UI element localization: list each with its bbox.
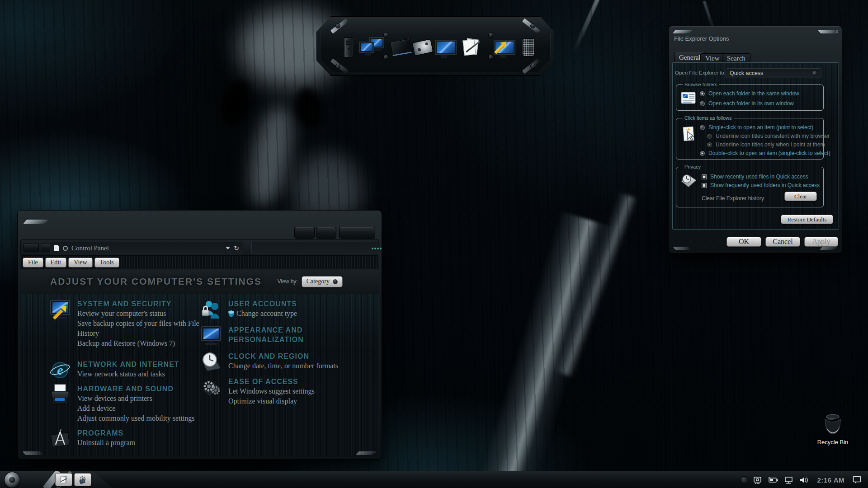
radio-single-click[interactable]: Single-click to open an item (point to s… bbox=[700, 124, 813, 131]
close-icon[interactable]: x bbox=[836, 29, 838, 34]
control-panel-header: Adjust your computer's settings View by:… bbox=[20, 269, 379, 294]
category-hardware-and-sound: Hardware and Sound View devices and prin… bbox=[49, 384, 198, 423]
svg-text:e: e bbox=[57, 362, 63, 377]
apply-button[interactable]: Apply bbox=[804, 237, 838, 247]
restore-defaults-button[interactable]: Restore Defaults bbox=[781, 215, 833, 224]
taskbar: 2:16 AM bbox=[0, 471, 868, 488]
category-title[interactable]: Hardware and Sound bbox=[77, 384, 195, 394]
volume-icon[interactable] bbox=[799, 476, 809, 484]
system-security-icon[interactable] bbox=[49, 299, 71, 320]
dropdown-glyph-icon bbox=[812, 70, 817, 76]
recycle-bin[interactable]: Recycle Bin bbox=[814, 413, 852, 446]
tab-search[interactable]: Search bbox=[722, 53, 750, 63]
maximize-button[interactable] bbox=[316, 227, 336, 239]
window-titlebar[interactable] bbox=[18, 211, 382, 239]
cp-link[interactable]: Save backup copies of your files with Fi… bbox=[77, 319, 200, 338]
user-accounts-icon[interactable] bbox=[200, 299, 222, 320]
radio-same-window[interactable]: Open each folder in the same window bbox=[700, 90, 799, 97]
cp-link[interactable]: Let Windows suggest settings bbox=[228, 386, 315, 396]
dialog-corner-highlight bbox=[818, 30, 838, 33]
category-title[interactable]: System and Security bbox=[77, 299, 200, 309]
hardware-sound-icon[interactable] bbox=[49, 384, 71, 405]
radio-double-click[interactable]: Double-click to open an item (single-cli… bbox=[700, 150, 830, 156]
check-recent-files[interactable]: Show recently used files in Quick access bbox=[702, 174, 808, 180]
appearance-icon[interactable] bbox=[200, 325, 222, 347]
category-title[interactable]: Network and Internet bbox=[77, 360, 179, 369]
address-bar[interactable]: Control Panel ↻ bbox=[50, 242, 243, 254]
computer-tower-icon[interactable] bbox=[338, 36, 359, 59]
cp-link[interactable]: Change account type bbox=[228, 309, 297, 319]
clear-button[interactable]: Clear bbox=[784, 192, 817, 201]
open-to-label: Open File Explorer to: bbox=[675, 70, 726, 75]
cancel-button[interactable]: Cancel bbox=[765, 237, 800, 247]
network-internet-icon[interactable]: e bbox=[49, 359, 71, 381]
start-button[interactable] bbox=[5, 472, 20, 488]
click-items-icon bbox=[682, 126, 696, 145]
menu-view[interactable]: View bbox=[68, 258, 92, 267]
battery-icon[interactable] bbox=[768, 476, 778, 483]
network-icon[interactable] bbox=[784, 476, 794, 484]
tab-view[interactable]: View bbox=[700, 53, 725, 63]
back-button[interactable] bbox=[24, 243, 39, 252]
folder-icon[interactable] bbox=[390, 36, 412, 59]
address-text: Control Panel bbox=[71, 244, 222, 252]
refresh-icon[interactable]: ↻ bbox=[234, 244, 239, 252]
close-button[interactable] bbox=[339, 227, 375, 239]
category-title[interactable]: Ease of Access bbox=[228, 377, 315, 386]
group-legend: Privacy bbox=[683, 164, 703, 170]
clock[interactable]: 2:16 AM bbox=[815, 476, 847, 484]
category-title[interactable]: Clock and Region bbox=[228, 352, 338, 361]
network-computers-icon[interactable] bbox=[359, 36, 385, 59]
view-by-dropdown[interactable]: Category bbox=[302, 276, 343, 287]
trash-icon[interactable] bbox=[518, 36, 539, 59]
programs-icon[interactable] bbox=[49, 428, 71, 450]
open-to-dropdown[interactable]: Quick access bbox=[726, 68, 821, 78]
search-input[interactable] bbox=[251, 242, 380, 254]
radio-underline-point[interactable]: Underline icon titles only when I point … bbox=[707, 141, 825, 148]
dialog-corner-highlight bbox=[820, 247, 837, 250]
radio-icon bbox=[700, 151, 705, 156]
menu-file[interactable]: File bbox=[23, 258, 43, 267]
camera-tray-icon[interactable] bbox=[753, 476, 762, 484]
radio-underline-consistent[interactable]: Underline icon titles consistent with my… bbox=[707, 133, 830, 139]
navigation-toolbar: Control Panel ↻ bbox=[20, 239, 379, 256]
cp-link[interactable]: Review your computer's status bbox=[77, 309, 200, 319]
documents-icon[interactable] bbox=[461, 36, 482, 59]
control-panel-window: Control Panel ↻ File Edit View Tools Adj… bbox=[17, 210, 382, 460]
category-title[interactable]: User Accounts bbox=[228, 299, 297, 309]
check-frequent-folders[interactable]: Show frequently used folders in Quick ac… bbox=[702, 182, 820, 188]
cp-link[interactable]: Optimize visual display bbox=[228, 396, 315, 406]
cp-link[interactable]: Adjust commonly used mobility settings bbox=[77, 413, 195, 423]
chevron-down-icon[interactable] bbox=[226, 247, 230, 249]
radio-icon bbox=[700, 91, 705, 96]
taskbar-explorer-options-button[interactable] bbox=[74, 473, 91, 486]
action-center-icon[interactable] bbox=[853, 476, 862, 484]
system-tray: 2:16 AM bbox=[741, 471, 868, 488]
cp-link[interactable]: Add a device bbox=[77, 404, 195, 413]
category-title[interactable]: Appearance and Personalization bbox=[228, 325, 337, 344]
menu-tools[interactable]: Tools bbox=[94, 258, 119, 267]
tray-expand-button[interactable] bbox=[741, 477, 748, 483]
cp-link[interactable]: View network status and tasks bbox=[77, 369, 179, 379]
cp-link[interactable]: View devices and printers bbox=[77, 394, 195, 404]
frame-highlight bbox=[23, 451, 43, 455]
clock-region-icon[interactable] bbox=[200, 351, 222, 373]
display-icon[interactable] bbox=[434, 36, 458, 59]
page-icon bbox=[54, 245, 59, 251]
menu-edit[interactable]: Edit bbox=[45, 258, 66, 267]
minimize-button[interactable] bbox=[294, 227, 315, 239]
hard-drive-icon[interactable] bbox=[412, 36, 434, 59]
cp-link[interactable]: Change date, time, or number formats bbox=[228, 361, 338, 371]
category-title[interactable]: Programs bbox=[77, 428, 135, 438]
cp-link[interactable]: Uninstall a program bbox=[77, 438, 135, 448]
taskbar-control-panel-button[interactable] bbox=[55, 473, 72, 486]
radio-own-window[interactable]: Open each folder in its own window bbox=[700, 100, 794, 107]
frame-highlight bbox=[356, 451, 377, 455]
category-ease-of-access: Ease of Access Let Windows suggest setti… bbox=[200, 376, 349, 406]
ok-button[interactable]: OK bbox=[726, 237, 761, 247]
ease-of-access-icon[interactable] bbox=[200, 376, 222, 398]
system-upgrade-icon[interactable] bbox=[492, 36, 517, 59]
cp-link[interactable]: Backup and Restore (Windows 7) bbox=[77, 338, 200, 348]
privacy-icon bbox=[680, 173, 697, 190]
location-icon bbox=[63, 246, 68, 251]
